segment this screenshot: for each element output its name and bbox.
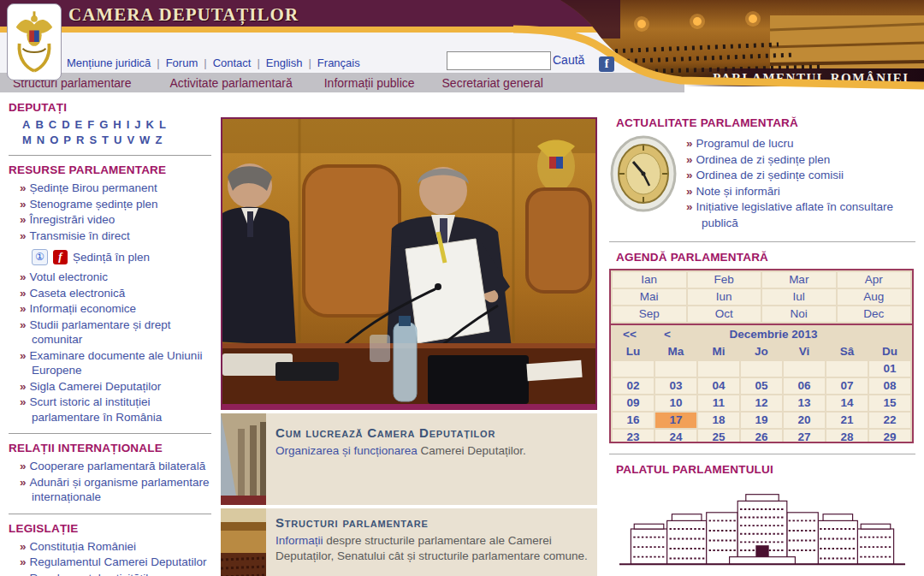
coat-of-arms-logo[interactable] [7,3,62,80]
sidebar-link[interactable]: Studii parlamentare și drept comunitar [30,318,171,347]
calendar-month[interactable]: Iul [762,289,836,305]
calendar-day[interactable]: 11 [698,395,739,411]
sidebar-link[interactable]: Înregistrări video [30,213,116,226]
sidebar-link[interactable]: Adunări și organisme parlamentare intern… [30,476,210,504]
actualitate-link[interactable]: Inițiative legislative aflate în consult… [696,200,893,229]
actualitate-link[interactable]: Programul de lucru [696,137,794,150]
letter-link[interactable]: T [102,134,109,146]
sidebar-link[interactable]: Sigla Camerei Deputaților [30,380,162,393]
utility-link[interactable]: Forum [166,56,198,69]
letter-link[interactable]: F [87,118,94,131]
letter-link[interactable]: U [114,134,121,146]
sidebar-link[interactable]: Informații economice [30,302,137,315]
sidebar-link[interactable]: Ședințe Birou permanent [30,181,157,194]
calendar-day[interactable]: 10 [655,395,696,411]
calendar-month[interactable]: Sep [613,306,686,322]
actualitate-link[interactable]: Ordinea de zi ședințe plen [696,153,831,166]
sidebar-link[interactable]: Caseta electronică [30,287,126,300]
calendar-month[interactable]: Apr [838,272,911,288]
letter-link[interactable]: B [35,118,43,131]
feature-cum-lucreaza[interactable]: Cum lucrează Camera Deputaților Organiza… [221,413,597,505]
calendar-day[interactable]: 29 [869,430,910,443]
calendar-day[interactable]: 13 [784,395,825,411]
calendar-prev-year-button[interactable]: << [611,328,649,341]
utility-link[interactable]: Contact [213,56,252,69]
calendar-day[interactable] [655,361,696,377]
calendar-month[interactable]: Oct [688,306,761,322]
letter-link[interactable]: L [159,118,166,131]
utility-link[interactable]: Mențiune juridică [67,56,151,69]
nav-item[interactable]: Informații publice [324,76,415,90]
actualitate-link[interactable]: Ordinea de zi ședințe comisii [696,169,844,181]
letter-link[interactable]: K [146,118,154,131]
calendar-day[interactable] [826,361,868,377]
calendar-day[interactable]: 20 [784,413,825,428]
letter-link[interactable]: S [89,134,97,146]
letter-link[interactable]: V [127,134,134,146]
feature-link[interactable]: Informații [275,534,323,547]
calendar-day[interactable] [741,361,782,377]
calendar-month[interactable]: Feb [688,272,761,288]
utility-link[interactable]: Français [317,56,360,69]
utility-link[interactable]: English [266,56,303,69]
calendar-day[interactable]: 02 [613,378,654,394]
calendar-day[interactable]: 18 [698,413,739,428]
sidebar-link[interactable]: Examinare documente ale Uniunii Europene [30,349,203,377]
letter-link[interactable]: R [76,134,84,146]
calendar-month[interactable]: Ian [613,272,686,288]
letter-link[interactable]: N [37,134,44,146]
calendar-day[interactable]: 03 [655,378,696,394]
calendar-day[interactable]: 09 [613,395,654,411]
sidebar-link[interactable]: Regulamentul activităților comune ale Ca… [30,572,204,576]
calendar-day[interactable]: 27 [784,430,825,443]
calendar-prev-month-button[interactable]: < [649,328,686,341]
sidebar-link[interactable]: Constituția României [30,540,137,553]
letter-link[interactable]: O [50,134,58,146]
calendar-day[interactable]: 08 [869,378,910,394]
letter-link[interactable]: D [62,118,69,131]
letter-link[interactable]: C [49,118,56,131]
calendar-day[interactable]: 22 [869,413,910,428]
flash-player-icon[interactable]: f [53,250,68,264]
calendar-day[interactable]: 05 [741,378,782,394]
calendar-month[interactable]: Noi [762,306,836,322]
calendar-day[interactable]: 23 [613,430,654,443]
live-video-frame[interactable] [221,117,597,410]
calendar-day[interactable]: 07 [826,378,868,394]
sidebar-link[interactable]: Transmisie în direct [30,229,130,242]
media-player-icon[interactable]: ① [32,249,48,265]
calendar-day[interactable]: 17 [655,413,696,428]
feature-structuri[interactable]: Structuri parlamentare Informații despre… [221,508,597,576]
facebook-icon[interactable]: f [599,56,614,72]
calendar-day[interactable]: 24 [655,430,696,443]
calendar-day[interactable]: 25 [698,430,739,443]
letter-link[interactable]: Z [155,134,162,146]
calendar-day[interactable]: 06 [784,378,825,394]
calendar-month[interactable]: Mai [613,289,686,305]
letter-link[interactable]: M [22,134,32,146]
calendar-day[interactable]: 21 [826,413,868,428]
nav-item[interactable]: Activitate parlamentară [170,76,293,90]
calendar-day[interactable]: 14 [826,395,868,411]
calendar-month[interactable]: Iun [688,289,761,305]
calendar-day[interactable]: 01 [869,361,910,377]
letter-link[interactable]: P [63,134,71,146]
calendar-month[interactable]: Mar [762,272,836,288]
calendar-day[interactable] [784,361,825,377]
search-button[interactable]: Caută [553,53,584,67]
letter-link[interactable]: W [139,134,150,146]
calendar-day[interactable] [698,361,739,377]
sidebar-link[interactable]: Stenograme ședințe plen [30,198,158,211]
calendar-day[interactable]: 19 [741,413,782,428]
calendar-day[interactable]: 15 [869,395,910,411]
letter-link[interactable]: A [22,118,30,131]
calendar-day[interactable]: 16 [613,413,654,428]
calendar-day[interactable]: 04 [698,378,739,394]
letter-link[interactable]: I [127,118,130,131]
calendar-day[interactable]: 28 [826,430,868,443]
sidebar-link[interactable]: Regulamentul Camerei Deputatilor [30,555,207,568]
letter-link[interactable]: J [134,118,140,131]
calendar-day[interactable] [613,361,654,377]
search-input[interactable] [447,51,551,70]
calendar-month[interactable]: Aug [838,289,911,305]
